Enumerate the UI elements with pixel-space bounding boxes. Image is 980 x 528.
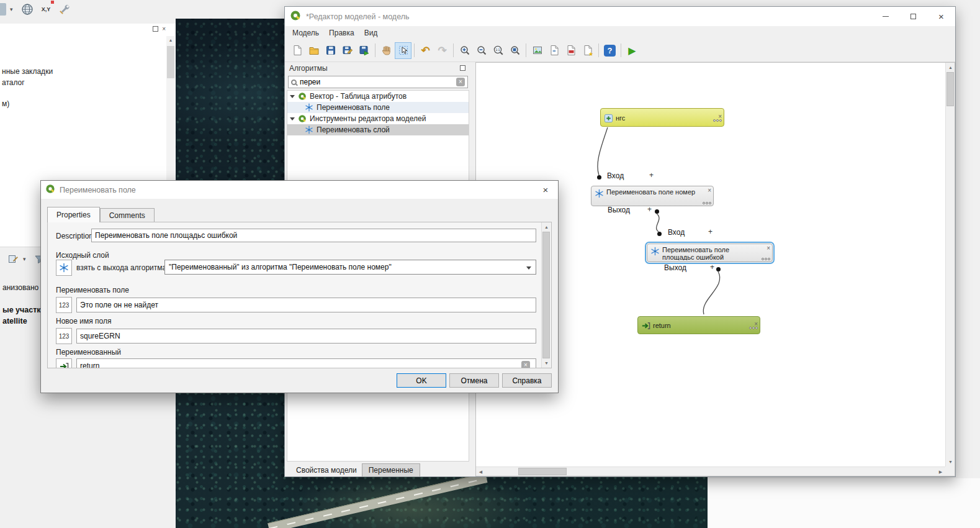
- export-svg-icon[interactable]: [546, 42, 562, 59]
- browser-item-misc[interactable]: м): [2, 99, 9, 108]
- float-panel-icon[interactable]: [460, 65, 465, 71]
- menu-model[interactable]: Модель: [287, 27, 324, 39]
- field-name-input[interactable]: [76, 298, 536, 312]
- redo-icon[interactable]: ↷: [434, 42, 451, 59]
- export-script-icon[interactable]: ★: [579, 42, 596, 59]
- field-type-icon[interactable]: 123: [56, 328, 72, 344]
- tree-group-vector[interactable]: Вектор - Таблица атрибутов: [287, 91, 469, 102]
- node-comment-icon[interactable]: [749, 327, 758, 329]
- browser-item-catalog[interactable]: аталог: [2, 78, 25, 87]
- help-icon[interactable]: ?: [601, 42, 618, 59]
- node-delete-icon[interactable]: ×: [708, 188, 711, 193]
- dialog-close-icon[interactable]: ×: [533, 181, 558, 199]
- scroll-right-icon[interactable]: ▶: [936, 467, 945, 476]
- menu-edit[interactable]: Правка: [324, 27, 359, 39]
- new-model-icon[interactable]: [289, 42, 305, 59]
- scroll-up-icon[interactable]: ▲: [946, 63, 955, 72]
- expand-arrow-icon[interactable]: [290, 95, 295, 98]
- algorithm-search[interactable]: ×: [288, 76, 468, 88]
- description-input[interactable]: [91, 229, 536, 242]
- tab-properties[interactable]: Properties: [47, 207, 100, 222]
- layers-caret-icon[interactable]: ▾: [23, 256, 29, 262]
- model-window-titlebar[interactable]: *Редактор моделей - модель ×: [285, 7, 955, 26]
- zoom-out-icon[interactable]: [473, 42, 490, 59]
- run-model-icon[interactable]: ▶: [624, 42, 641, 59]
- tree-group-modeler-tools[interactable]: Инструменты редактора моделей: [287, 113, 469, 124]
- close-panel-icon[interactable]: ×: [162, 26, 166, 32]
- scroll-up-icon[interactable]: ▲: [166, 36, 175, 45]
- zoom-actual-icon[interactable]: 1:1: [490, 42, 506, 59]
- tab-comments[interactable]: Comments: [100, 208, 155, 222]
- scroll-up-icon[interactable]: ▲: [542, 222, 551, 232]
- port-expand-icon[interactable]: +: [649, 171, 654, 180]
- save-model-as-icon[interactable]: [339, 42, 356, 59]
- model-node-rename-1[interactable]: Переименовать поле номер ×: [591, 186, 714, 206]
- output-icon[interactable]: [56, 358, 72, 368]
- scrollbar-thumb[interactable]: [542, 232, 550, 358]
- layer-item-satellite[interactable]: atellite: [2, 317, 27, 325]
- port-dot[interactable]: [716, 267, 721, 271]
- new-name-input[interactable]: [76, 329, 536, 344]
- canvas-vscrollbar[interactable]: ▲ ▼: [945, 63, 955, 467]
- layer-item-group[interactable]: анизовано: [2, 283, 38, 292]
- field-type-icon[interactable]: 123: [56, 297, 72, 313]
- model-node-rename-2[interactable]: Переименовать поле площадьс ошибкой ×: [647, 244, 773, 262]
- node-delete-icon[interactable]: ×: [754, 321, 758, 327]
- globe-icon[interactable]: [20, 2, 35, 17]
- port-expand-icon[interactable]: +: [647, 205, 652, 214]
- scrollbar-thumb[interactable]: [946, 72, 954, 106]
- tab-model-properties[interactable]: Свойства модели: [291, 464, 362, 476]
- xy-coordinate-icon[interactable]: X,Y: [38, 2, 53, 17]
- renamed-input[interactable]: [76, 358, 536, 368]
- export-pdf-icon[interactable]: [562, 42, 579, 59]
- wrench-icon[interactable]: [57, 2, 72, 17]
- export-model-icon[interactable]: [356, 42, 372, 59]
- node-comment-icon[interactable]: [762, 258, 770, 260]
- node-comment-icon[interactable]: [703, 202, 711, 204]
- browser-item-bookmarks[interactable]: нные закладки: [2, 67, 53, 76]
- dialog-scrollbar[interactable]: ▲ ▼: [541, 222, 551, 368]
- port-dot[interactable]: [657, 232, 662, 236]
- port-dot[interactable]: [655, 209, 659, 214]
- node-delete-icon[interactable]: ×: [766, 245, 770, 251]
- node-delete-icon[interactable]: ×: [718, 114, 722, 119]
- export-image-icon[interactable]: [529, 42, 546, 59]
- partial-tool-icon[interactable]: [0, 3, 6, 16]
- undo-icon[interactable]: ↶: [417, 42, 434, 59]
- dialog-titlebar[interactable]: Переименовать поле ×: [41, 181, 558, 199]
- cancel-button[interactable]: Отмена: [449, 373, 499, 388]
- open-model-icon[interactable]: [305, 42, 322, 59]
- zoom-in-icon[interactable]: [456, 42, 473, 59]
- search-input[interactable]: [300, 78, 456, 86]
- tab-variables[interactable]: Переменные: [362, 463, 420, 476]
- maximize-button[interactable]: [899, 7, 927, 26]
- port-expand-icon[interactable]: +: [710, 263, 714, 271]
- ok-button[interactable]: OK: [397, 373, 446, 388]
- scroll-down-icon[interactable]: ▼: [542, 358, 551, 368]
- pan-tool-icon[interactable]: [378, 42, 395, 59]
- minimize-button[interactable]: [871, 7, 899, 26]
- model-node-output[interactable]: return ×: [637, 316, 760, 334]
- clear-search-icon[interactable]: ×: [456, 78, 465, 86]
- select-tool-icon[interactable]: [395, 42, 411, 59]
- node-comment-icon[interactable]: [713, 119, 722, 122]
- scrollbar-thumb[interactable]: [518, 468, 567, 475]
- canvas-hscrollbar[interactable]: ◀ ▶: [476, 467, 945, 476]
- float-panel-icon[interactable]: [153, 26, 158, 32]
- help-button[interactable]: Справка: [502, 373, 552, 388]
- source-combo[interactable]: "Переименованный" из алгоритма "Переимен…: [164, 260, 536, 275]
- dropdown-caret-icon[interactable]: ▾: [10, 6, 16, 12]
- save-model-icon[interactable]: [322, 42, 339, 59]
- port-expand-icon[interactable]: +: [708, 227, 713, 236]
- tree-item-rename-layer[interactable]: Переименовать слой: [287, 124, 469, 135]
- scroll-left-icon[interactable]: ◀: [476, 467, 485, 476]
- model-node-input[interactable]: нгс ×: [600, 108, 724, 127]
- tree-item-rename-field[interactable]: Переименовать поле: [287, 102, 469, 113]
- scrollbar-thumb[interactable]: [167, 46, 174, 78]
- port-dot[interactable]: [597, 175, 601, 180]
- clear-field-icon[interactable]: ×: [521, 361, 530, 368]
- close-button[interactable]: ×: [927, 7, 955, 26]
- menu-view[interactable]: Вид: [359, 27, 383, 39]
- algorithm-input-icon[interactable]: [56, 260, 72, 276]
- expand-arrow-icon[interactable]: [290, 117, 295, 121]
